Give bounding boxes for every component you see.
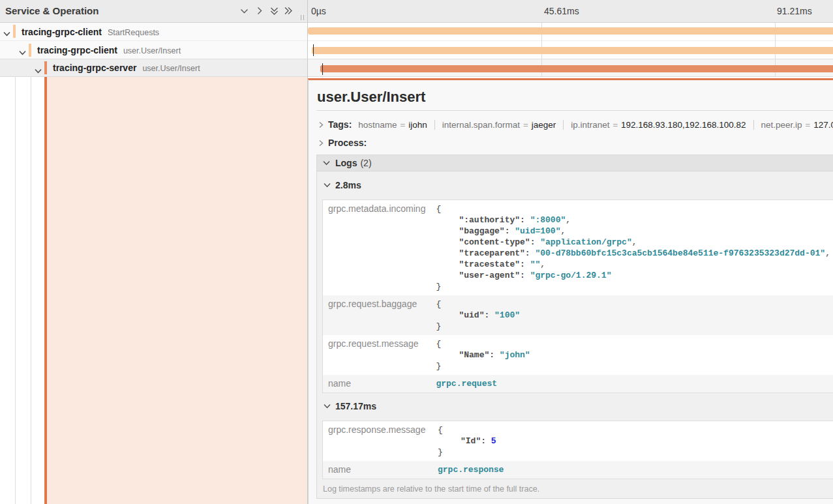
string-value: grpc.response [438,465,504,475]
json-line: "uid": "100" [436,310,830,321]
chevron-down-icon[interactable] [323,160,330,166]
log-timestamp: 2.8ms [335,180,361,190]
expand-one-icon[interactable] [256,7,264,15]
logs-accordion-content: 2.8msgrpc.metadata.incoming{":authority"… [316,171,833,499]
field-key: grpc.metadata.incoming [323,200,431,295]
chevron-down-icon[interactable] [324,404,331,409]
json-key: "baggage": [459,226,509,236]
json-line: "traceparent": "00-d78bb60bfc15c3ca5cb15… [436,248,830,259]
ruler-tick-label: 0µs [311,0,326,22]
tags-summary-list: hostname=ijohninternal.span.format=jaege… [358,119,833,130]
field-key: name [323,375,431,393]
service-name[interactable]: tracing-grpc-client [37,45,117,55]
json-brace: { [438,424,830,436]
field-key: grpc.request.baggage [323,295,431,335]
operation-name[interactable]: user.User/Insert [142,63,200,73]
equals-sign: = [806,120,811,130]
field-key: name [323,461,432,479]
collapse-all-icon[interactable] [270,7,279,16]
tag-entry: net.peer.ip=127.0 [761,119,833,130]
json-key: "tracestate": [459,259,524,269]
field-value: {"Name": "john"} [431,335,833,375]
logs-accordion: Logs (2) 2.8msgrpc.metadata.incoming{":a… [316,155,833,499]
service-name[interactable]: tracing-grpc-client [22,27,102,37]
span-log-marker[interactable] [322,63,323,75]
span-detail-panel: user.User/Insert Tags: hostname=ijohnint… [308,78,833,504]
span-row[interactable]: tracing-grpc-client StartRequests [0,23,833,40]
span-detail-title: user.User/Insert [316,88,833,111]
log-group: 157.17msgrpc.response.message{"Id": 5}na… [322,398,833,479]
span-row[interactable]: tracing-grpc-client user.User/Insert [0,40,833,59]
column-divider[interactable] [307,0,308,504]
logs-footer-note: Log timestamps are relative to the start… [323,484,833,494]
operation-name[interactable]: user.User/Insert [123,45,181,55]
json-key: "Id": [461,436,486,446]
json-string: "" [530,259,541,269]
json-string: "grpc-go/1.29.1" [530,271,612,280]
equals-sign: = [401,120,406,130]
equals-sign: = [613,120,618,130]
span-row-selected[interactable]: tracing-grpc-server user.User/Insert [0,59,833,77]
span-duration-bar[interactable] [312,47,833,54]
log-timestamp-header[interactable]: 157.17ms [322,398,833,415]
json-number: 5 [491,436,496,446]
process-label: Process: [328,138,367,148]
string-value: grpc.request [436,379,497,389]
logs-count: (2) [360,158,371,168]
json-key: "traceparent": [459,248,530,258]
json-line: "tracestate": "", [436,259,830,270]
collapse-one-icon[interactable] [240,7,249,15]
span-detail-accent-strip[interactable] [44,77,47,504]
span-row-timeline-cell [308,41,833,59]
key-value-row: namegrpc.request [323,375,833,393]
key-value-row: grpc.request.baggage{"uid": "100"} [323,295,833,335]
field-value: {":authority": ":8000","baggage": "uid=1… [431,200,833,295]
key-value-row: grpc.metadata.incoming{":authority": ":8… [323,200,833,295]
json-string: "00-d78bb60bfc15c3ca5cb1564be84e511e-f97… [535,248,825,258]
chevron-right-icon[interactable] [319,140,324,147]
tag-key: hostname [358,120,397,130]
log-timestamp-header[interactable]: 2.8ms [322,177,833,194]
logs-accordion-header[interactable]: Logs (2) [316,155,833,171]
tag-value: jaeger [532,120,556,130]
span-log-marker[interactable] [313,44,314,56]
trace-timeline-view: Service & Operation 0µs 45.61ms 91.21ms [0,0,833,504]
span-duration-bar[interactable] [308,27,833,35]
json-key: "uid": [459,310,489,320]
log-groups: 2.8msgrpc.metadata.incoming{":authority"… [322,177,833,479]
tag-entry: internal.span.format=jaeger [442,119,556,130]
process-accordion[interactable]: Process: [316,134,833,152]
tags-label: Tags: [328,119,352,130]
tag-value: 192.168.93.180,192.168.100.82 [621,120,746,130]
equals-sign: = [523,120,528,130]
json-brace: { [436,203,830,215]
tag-key: internal.span.format [442,120,520,130]
chevron-down-icon[interactable] [324,183,331,188]
tags-accordion[interactable]: Tags: hostname=ijohninternal.span.format… [316,115,833,134]
json-key: "Name": [459,350,494,360]
tag-separator [563,120,564,130]
collapse-chevron-icon[interactable] [3,27,10,39]
json-line: "user-agent": "grpc-go/1.29.1" [436,270,830,281]
tree-indent-guide [15,40,16,504]
column-resizer-grip[interactable] [301,15,305,20]
key-value-row: namegrpc.response [323,461,833,479]
json-string: "uid=100" [515,226,560,236]
span-duration-bar[interactable] [320,65,833,72]
json-brace: } [436,361,830,372]
key-value-row: grpc.request.message{"Name": "john"} [323,335,833,375]
log-group: 2.8msgrpc.metadata.incoming{":authority"… [322,177,833,393]
span-detail-accent-fill[interactable] [47,77,307,504]
collapse-chevron-icon[interactable] [35,65,42,76]
chevron-right-icon[interactable] [319,121,324,128]
operation-name[interactable]: StartRequests [108,27,159,37]
service-name[interactable]: tracing-grpc-server [53,63,136,73]
tree-indent-guide [31,59,31,504]
expand-all-icon[interactable] [284,7,293,15]
json-key: "user-agent": [459,271,524,280]
json-brace: } [436,321,830,332]
json-brace: { [436,299,830,310]
field-value: grpc.request [431,375,833,393]
json-string: "john" [500,350,530,360]
collapse-chevron-icon[interactable] [19,46,26,58]
